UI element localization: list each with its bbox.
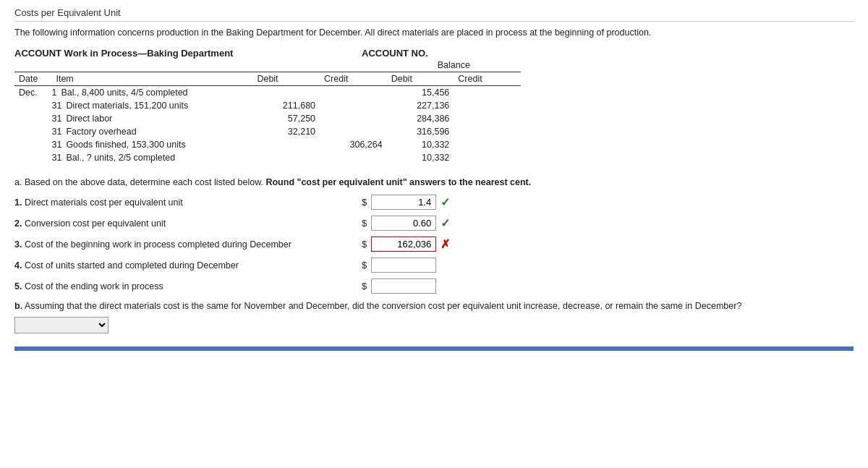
row-item: 1Bal., 8,400 units, 4/5 completed: [51, 86, 252, 100]
row-debit: 211,680: [252, 99, 320, 112]
answer-group: $: [362, 278, 436, 294]
row-bal-debit: 227,136: [387, 99, 454, 112]
row-date: [14, 99, 51, 112]
question-row-1: 1. Direct materials cost per equivalent …: [14, 195, 854, 210]
answer-input-2[interactable]: [371, 216, 436, 231]
question-row-2: 2. Conversion cost per equivalent unit $…: [14, 216, 854, 231]
part-b-dropdown[interactable]: increasedecreaseremain the same: [14, 317, 109, 333]
row-credit: 306,264: [320, 138, 387, 151]
dollar-sign: $: [362, 260, 367, 271]
date-col-header: Date: [14, 72, 51, 86]
question-row-3: 3. Cost of the beginning work in process…: [14, 237, 854, 252]
part-a-instruction: a. Based on the above data, determine ea…: [14, 177, 854, 187]
part-b-content: Assuming that the direct materials cost …: [25, 301, 741, 311]
row-debit: 32,210: [252, 125, 320, 138]
row-credit: [320, 112, 387, 125]
answer-group: $ ✓: [362, 216, 450, 231]
row-credit: [320, 86, 387, 100]
row-bal-debit: 15,456: [387, 86, 454, 100]
table-row: 31Direct labor 57,250 284,386: [14, 112, 521, 125]
table-row: 31Bal., ? units, 2/5 completed 10,332: [14, 151, 521, 164]
row-item: 31Factory overhead: [51, 125, 252, 138]
question-row-5: 5. Cost of the ending work in process $: [14, 278, 854, 294]
row-item: 31Direct labor: [51, 112, 252, 125]
dollar-sign: $: [362, 281, 367, 292]
answer-group: $: [362, 258, 436, 273]
part-a-bold: Round "cost per equivalent unit" answers…: [265, 177, 531, 187]
part-a-label: a. Based on the above data, determine ea…: [14, 177, 265, 187]
questions-section: a. Based on the above data, determine ea…: [14, 177, 854, 294]
answer-group: $ ✓: [362, 195, 450, 210]
question-text: 1. Direct materials cost per equivalent …: [14, 197, 362, 208]
part-b-section: b. Assuming that the direct materials co…: [14, 301, 854, 333]
bal-credit-col-header: Credit: [454, 72, 521, 86]
row-bal-credit: [454, 112, 521, 125]
answer-input-5[interactable]: [371, 278, 436, 294]
question-row-4: 4. Cost of units started and completed d…: [14, 258, 854, 273]
row-bal-credit: [454, 86, 521, 100]
correct-icon: ✓: [441, 195, 450, 209]
question-text: 3. Cost of the beginning work in process…: [14, 239, 362, 250]
item-col-header: Item: [51, 72, 252, 86]
intro-text: The following information concerns produ…: [14, 27, 854, 38]
table-row: 31Factory overhead 32,210 316,596: [14, 125, 521, 138]
row-bal-debit: 10,332: [387, 138, 454, 151]
answer-input-4[interactable]: [371, 258, 436, 273]
correct-icon: ✓: [441, 216, 450, 230]
row-bal-debit: 284,386: [387, 112, 454, 125]
row-debit: 57,250: [252, 112, 320, 125]
part-b-text: b. Assuming that the direct materials co…: [14, 301, 854, 311]
question-text: 4. Cost of units started and completed d…: [14, 260, 362, 271]
question-text: 5. Cost of the ending work in process: [14, 281, 362, 292]
row-debit: [252, 138, 320, 151]
question-text: 2. Conversion cost per equivalent unit: [14, 218, 362, 229]
row-bal-debit: 316,596: [387, 125, 454, 138]
row-date: [14, 151, 51, 164]
row-debit: [252, 86, 320, 100]
row-date: [14, 112, 51, 125]
row-date: [14, 125, 51, 138]
ledger-table: Balance Date Item Debit Credit Debit Cre…: [14, 59, 521, 164]
part-b-label: b.: [14, 301, 22, 311]
row-item: 31Goods finished, 153,300 units: [51, 138, 252, 151]
row-item: 31Direct materials, 151,200 units: [51, 99, 252, 112]
dollar-sign: $: [362, 197, 367, 208]
debit-col-header: Debit: [252, 72, 320, 86]
dollar-sign: $: [362, 239, 367, 250]
dollar-sign: $: [362, 218, 367, 229]
balance-header: Balance: [387, 59, 521, 72]
row-bal-credit: [454, 99, 521, 112]
table-row: 31Goods finished, 153,300 units 306,264 …: [14, 138, 521, 151]
row-bal-debit: 10,332: [387, 151, 454, 164]
account-title: ACCOUNT Work in Process—Baking Departmen…: [14, 48, 318, 59]
row-bal-credit: [454, 125, 521, 138]
table-row: Dec. 1Bal., 8,400 units, 4/5 completed 1…: [14, 86, 521, 100]
page-title: Costs per Equivalent Unit: [14, 7, 854, 22]
credit-col-header: Credit: [320, 72, 387, 86]
answer-input-3[interactable]: [371, 237, 436, 252]
row-credit: [320, 151, 387, 164]
row-bal-credit: [454, 151, 521, 164]
answer-group: $ ✗: [362, 237, 450, 252]
incorrect-icon: ✗: [441, 237, 450, 251]
row-item: 31Bal., ? units, 2/5 completed: [51, 151, 252, 164]
account-no-label: ACCOUNT NO.: [362, 48, 428, 59]
bottom-bar: [14, 346, 854, 351]
answer-input-1[interactable]: [371, 195, 436, 210]
row-date: [14, 138, 51, 151]
row-credit: [320, 99, 387, 112]
row-date: Dec.: [14, 86, 51, 100]
table-row: 31Direct materials, 151,200 units 211,68…: [14, 99, 521, 112]
row-debit: [252, 151, 320, 164]
bal-debit-col-header: Debit: [387, 72, 454, 86]
row-credit: [320, 125, 387, 138]
row-bal-credit: [454, 138, 521, 151]
